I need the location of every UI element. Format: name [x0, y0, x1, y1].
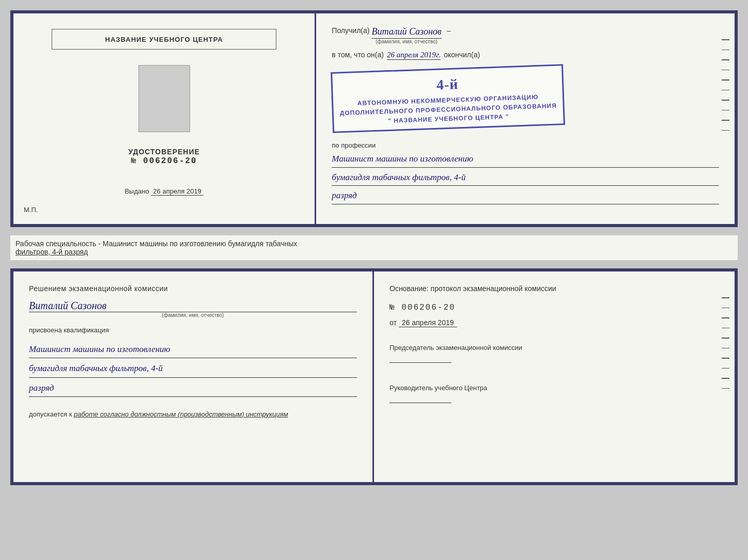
dash-4 — [722, 70, 729, 71]
vtom-date: 26 апреля 2019г. — [387, 51, 441, 60]
professii-block: по профессии Машинист машины по изготовл… — [332, 141, 719, 204]
info-underlined: фильтров, 4-й разряд — [15, 248, 88, 256]
dash-5 — [722, 79, 729, 81]
dash-7 — [722, 100, 729, 101]
page-wrapper: НАЗВАНИЕ УЧЕБНОГО ЦЕНТРА УДОСТОВЕРЕНИЕ №… — [10, 10, 738, 485]
bottom-name-sub: (фамилия, имя, отчество) — [29, 312, 357, 318]
vtom-block: в том, что он(а) 26 апреля 2019г. окончи… — [332, 51, 719, 60]
bottom-right: Основание: протокол экзаменационной коми… — [374, 271, 735, 482]
qual-block: Машинист машины по изготовлению бумагидл… — [29, 339, 357, 397]
dopuskaetsya-block: допускается к работе согласно должностны… — [29, 410, 357, 418]
cert-right: Получил(а) Виталий Сазонов (фамилия, имя… — [316, 13, 735, 224]
cert-title-text: НАЗВАНИЕ УЧЕБНОГО ЦЕНТРА — [105, 36, 223, 43]
rukovoditel-block: Руководитель учебного Центра — [389, 383, 719, 405]
vydano-block: Выдано 26 апреля 2019 — [124, 186, 203, 196]
dash-6 — [722, 90, 729, 91]
ot-line: от 26 апреля 2019 — [389, 318, 719, 327]
profession-line2: бумагидля табачных фильтров, 4-й — [332, 170, 719, 186]
fio-sub: (фамилия, имя, отчество) — [371, 39, 441, 44]
certificate-top: НАЗВАНИЕ УЧЕБНОГО ЦЕНТРА УДОСТОВЕРЕНИЕ №… — [10, 10, 738, 227]
predsedatel-block: Председатель экзаменационной комиссии — [389, 343, 719, 365]
udostoverenie-label: УДОСТОВЕРЕНИЕ — [128, 148, 199, 156]
osnovaniye-label: Основание: протокол экзаменационной коми… — [389, 284, 719, 293]
recipient-name: Виталий Сазонов — [371, 26, 441, 39]
predsedatel-label: Председатель экзаменационной комиссии — [389, 343, 719, 353]
profession-line3: разряд — [332, 188, 719, 204]
rukovoditel-signature-line — [389, 393, 451, 403]
profession-line1: Машинист машины по изготовлению — [332, 151, 719, 168]
bottom-recipient-name: Виталий Сазонов — [29, 300, 357, 312]
dash-8 — [722, 110, 729, 111]
vydano-line: Выдано 26 апреля 2019 — [124, 187, 203, 195]
cert-left: НАЗВАНИЕ УЧЕБНОГО ЦЕНТРА УДОСТОВЕРЕНИЕ №… — [13, 13, 316, 224]
cert-stamp: 4-й АВТОНОМНУЮ НЕКОММЕРЧЕСКУЮ ОРГАНИЗАЦИ… — [331, 64, 565, 133]
cert-title-block: НАЗВАНИЕ УЧЕБНОГО ЦЕНТРА — [52, 29, 276, 50]
stamp-block: 4-й АВТОНОМНУЮ НЕКОММЕРЧЕСКУЮ ОРГАНИЗАЦИ… — [332, 68, 719, 129]
photo-placeholder — [138, 65, 190, 132]
dash-3 — [722, 59, 729, 60]
prisvoena-label: присвоена квалификация — [29, 326, 357, 334]
bottom-left: Решением экзаменационной комиссии Витали… — [13, 271, 374, 482]
poluchil-block: Получил(а) Виталий Сазонов (фамилия, имя… — [332, 26, 719, 44]
info-line: Рабочая специальность - Машинист машины … — [10, 235, 738, 260]
dash-9 — [722, 120, 729, 121]
resheniem-title: Решением экзаменационной комиссии — [29, 284, 357, 293]
qual-line1: Машинист машины по изготовлению — [29, 341, 357, 358]
dash-10 — [722, 130, 729, 131]
predsedatel-signature-line — [389, 353, 451, 363]
qual-line3: разряд — [29, 380, 357, 397]
prot-number: № 006206-20 — [389, 303, 719, 312]
bottom-right-dashes — [722, 297, 729, 389]
mp-label: М.П. — [24, 206, 38, 214]
certificate-bottom: Решением экзаменационной комиссии Витали… — [10, 268, 738, 485]
udostoverenie-block: УДОСТОВЕРЕНИЕ № 006206-20 — [128, 148, 199, 166]
rukovoditel-label: Руководитель учебного Центра — [389, 383, 719, 393]
qual-line2: бумагидля табачных фильтров, 4-й — [29, 360, 357, 377]
dopusk-text: работе согласно должностным (производств… — [74, 410, 288, 418]
dash-1 — [722, 39, 729, 40]
dash-2 — [722, 50, 729, 51]
cert-number: № 006206-20 — [131, 156, 197, 166]
bottom-name-block: Виталий Сазонов (фамилия, имя, отчество) — [29, 300, 357, 318]
right-dashes — [722, 39, 729, 131]
